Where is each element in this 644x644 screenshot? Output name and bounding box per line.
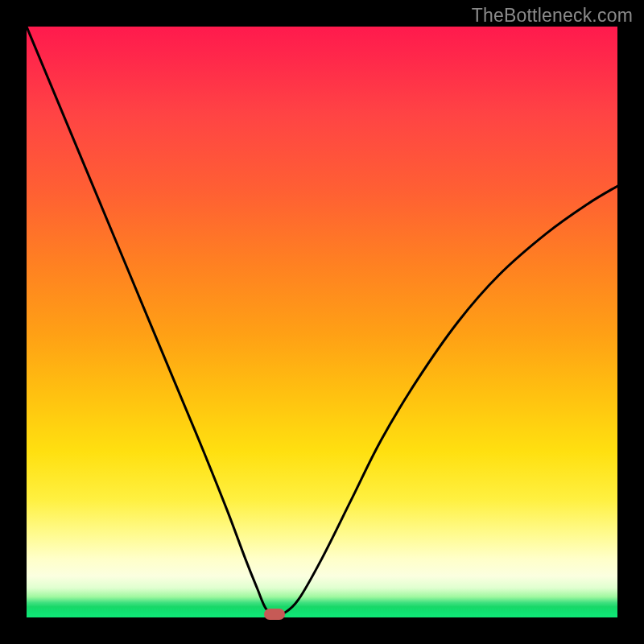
plot-area (27, 27, 617, 617)
watermark-text: TheBottleneck.com (472, 5, 633, 27)
bottleneck-curve (27, 27, 617, 617)
optimal-point-marker (264, 609, 285, 620)
chart-frame: TheBottleneck.com (0, 0, 644, 644)
